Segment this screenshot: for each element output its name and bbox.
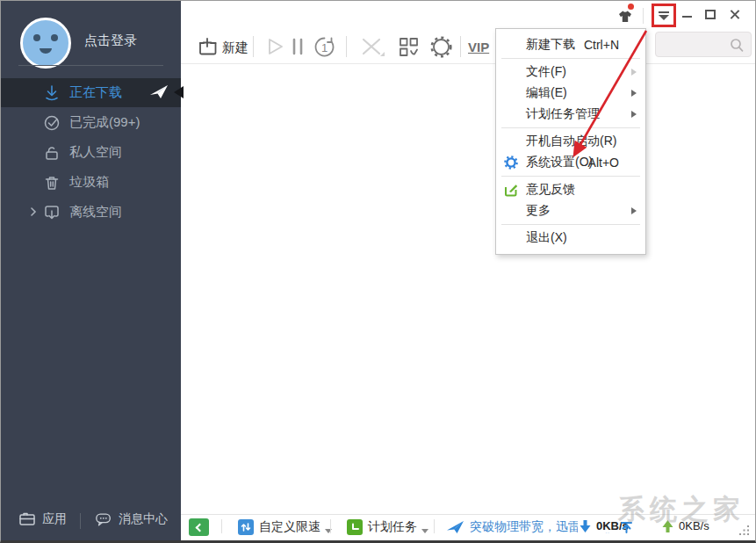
- sidebar-item-completed[interactable]: 已完成(99+): [1, 108, 181, 137]
- sidebar-item-label: 正在下载: [69, 84, 122, 101]
- start-icon[interactable]: [265, 37, 284, 56]
- search-box[interactable]: [655, 32, 752, 57]
- offline-cloud-icon: [43, 204, 61, 221]
- new-task-icon[interactable]: [198, 37, 219, 56]
- new-task-button[interactable]: 新建: [222, 40, 248, 56]
- menu-item-more[interactable]: 更多: [496, 200, 645, 221]
- statusbar-separator: [434, 519, 435, 533]
- toolbar-separator: [253, 36, 254, 57]
- boost-top-icon[interactable]: [620, 521, 633, 533]
- menu-item-autostart[interactable]: 开机自动启动(R): [496, 131, 645, 152]
- menu-item-schedule-manage[interactable]: 计划任务管理: [496, 104, 645, 125]
- notification-dot: [628, 4, 634, 10]
- chevron-left-icon: [196, 523, 205, 532]
- schedule-label: 计划任务: [368, 519, 417, 535]
- message-center-label: 消息中心: [119, 511, 168, 527]
- menu-separator: [501, 58, 640, 59]
- menu-item-new-download[interactable]: 新建下载 Ctrl+N: [496, 34, 645, 55]
- pause-icon[interactable]: [291, 38, 305, 55]
- chevron-right-icon: [29, 207, 38, 216]
- maximize-button[interactable]: [705, 10, 716, 19]
- menu-item-file[interactable]: 文件(F): [496, 62, 645, 83]
- delete-icon[interactable]: [361, 37, 385, 58]
- submenu-arrow-icon: [631, 111, 637, 118]
- download-icon: [43, 84, 61, 102]
- apps-label: 应用: [42, 511, 67, 527]
- speedup-bird-icon: [446, 520, 464, 535]
- menu-item-label: 开机自动启动(R): [526, 134, 616, 149]
- close-icon: [729, 9, 740, 20]
- upload-speed-value: 0KB/s: [679, 519, 709, 532]
- sidebar-item-offline-space[interactable]: 离线空间: [1, 198, 181, 227]
- lock-open-icon: [43, 144, 61, 162]
- speed-limit-button[interactable]: 自定义限速: [238, 519, 332, 535]
- annotation-red-box: [652, 4, 676, 27]
- schedule-clock-icon: [347, 519, 363, 535]
- trash-icon: [43, 174, 61, 192]
- menu-item-label: 更多: [526, 203, 551, 219]
- main-menu-dropdown: 新建下载 Ctrl+N 文件(F) 编辑(E) 计划任务管理 开机自动启动(R)…: [495, 28, 646, 255]
- apps-button[interactable]: 应用: [18, 511, 67, 527]
- minimize-button[interactable]: [682, 16, 692, 18]
- avatar[interactable]: [20, 18, 71, 69]
- menu-shortcut: Ctrl+N: [584, 38, 619, 52]
- menu-item-edit[interactable]: 编辑(E): [496, 83, 645, 104]
- sidebar-item-label: 离线空间: [69, 204, 122, 221]
- sidebar-item-trash[interactable]: 垃圾箱: [1, 168, 181, 197]
- menu-separator: [501, 127, 640, 128]
- sidebar-item-label: 私人空间: [69, 144, 122, 161]
- toolbar-separator: [346, 36, 347, 57]
- submenu-arrow-icon: [631, 90, 637, 97]
- feedback-pencil-icon: [504, 183, 518, 197]
- menu-item-label: 计划任务管理: [526, 106, 600, 122]
- sidebar-item-downloading[interactable]: 正在下载: [1, 78, 181, 107]
- close-button[interactable]: [729, 9, 740, 20]
- sidebar-item-label: 垃圾箱: [69, 174, 109, 191]
- menu-item-label: 意见反馈: [526, 182, 575, 198]
- menu-item-label: 编辑(E): [526, 85, 567, 101]
- statusbar-separator: [330, 519, 331, 533]
- remote-download-icon[interactable]: [399, 37, 419, 57]
- avatar-face-icon: [23, 20, 68, 66]
- check-circle-icon: [43, 114, 61, 132]
- menu-separator: [501, 176, 640, 177]
- menu-item-exit[interactable]: 退出(X): [496, 228, 645, 249]
- menu-shortcut: Alt+O: [588, 156, 619, 170]
- search-input[interactable]: [663, 35, 726, 54]
- toolbar-separator: [460, 36, 461, 57]
- main-menu-button[interactable]: [659, 11, 669, 20]
- resize-grip[interactable]: [739, 525, 750, 536]
- footer-separator: [80, 513, 81, 529]
- active-item-notch: [174, 86, 184, 98]
- login-link[interactable]: 点击登录: [84, 33, 137, 49]
- gear-icon: [504, 156, 518, 170]
- menu-item-label: 系统设置(O): [526, 155, 593, 170]
- menu-separator: [501, 224, 640, 225]
- settings-gear-icon[interactable]: [430, 36, 452, 58]
- download-arrow-icon: [580, 520, 591, 532]
- menu-item-label: 文件(F): [526, 64, 566, 80]
- retry-icon[interactable]: 1: [313, 36, 335, 58]
- svg-text:1: 1: [321, 41, 328, 54]
- submenu-arrow-icon: [631, 69, 637, 76]
- message-center-button[interactable]: 消息中心: [95, 511, 168, 527]
- schedule-button[interactable]: 计划任务: [347, 519, 428, 535]
- speed-limit-icon: [238, 519, 254, 535]
- minimize-icon: [682, 16, 692, 18]
- menu-item-feedback[interactable]: 意见反馈: [496, 179, 645, 200]
- titlebar-separator: [643, 8, 644, 24]
- maximize-icon: [705, 10, 716, 19]
- collapse-panel-button[interactable]: [189, 518, 209, 536]
- dropdown-triangle-icon: [421, 529, 428, 533]
- main-area: [181, 1, 755, 540]
- chat-bubble-icon: [95, 511, 112, 527]
- vip-button[interactable]: VIP: [468, 40, 489, 54]
- skin-icon[interactable]: [616, 9, 635, 24]
- sidebar: 点击登录 正在下载 已完成(99+): [1, 1, 181, 540]
- upload-speed-readout: 0KB/s: [662, 519, 709, 532]
- sidebar-item-private-space[interactable]: 私人空间: [1, 138, 181, 167]
- sidebar-divider: [18, 65, 163, 66]
- search-icon: [730, 38, 744, 53]
- menu-item-system-settings[interactable]: 系统设置(O) Alt+O: [496, 152, 645, 173]
- submenu-arrow-icon: [631, 207, 637, 214]
